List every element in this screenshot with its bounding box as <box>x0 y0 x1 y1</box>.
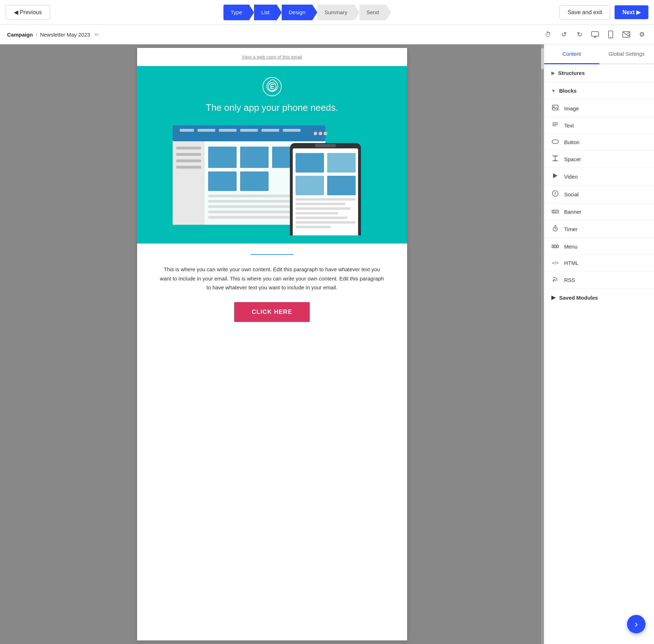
breadcrumb-bar: Campaign / Newsletter May 2023 ✏ ⏱ ↺ ↻ <box>0 25 654 44</box>
svg-rect-72 <box>557 245 558 248</box>
email-body: This is where you can write your own con… <box>137 244 407 333</box>
svg-rect-15 <box>219 129 237 132</box>
step-list[interactable]: List <box>254 5 276 20</box>
structures-section-header[interactable]: ▶ Structures <box>544 64 654 82</box>
block-item-banner[interactable]: Banner <box>544 203 654 220</box>
email-body-text: This is where you can write your own con… <box>158 265 386 292</box>
block-item-timer[interactable]: Timer <box>544 220 654 238</box>
hero-tagline: The only app your phone needs. <box>206 102 338 113</box>
svg-point-4 <box>610 37 611 37</box>
svg-rect-32 <box>176 153 201 156</box>
right-panel: Content Global Settings ▶ Structures ▼ B… <box>544 44 654 644</box>
email-hero: E The only app your phone needs. <box>137 66 407 244</box>
blocks-chevron: ▼ <box>551 88 556 93</box>
edit-title-icon[interactable]: ✏ <box>94 31 99 38</box>
spacer-block-label: Spacer <box>564 156 581 162</box>
block-item-image[interactable]: Image <box>544 99 654 117</box>
svg-rect-62 <box>552 210 558 213</box>
svg-rect-16 <box>240 129 258 132</box>
svg-rect-34 <box>176 166 201 169</box>
svg-point-73 <box>553 280 554 282</box>
timer-block-label: Timer <box>564 226 578 232</box>
preview-desktop-icon[interactable] <box>590 29 600 39</box>
canvas-scrollbar[interactable] <box>541 44 544 644</box>
svg-rect-21 <box>240 147 269 168</box>
svg-marker-59 <box>553 173 557 178</box>
steps-wrapper: Type List Design Summary Send <box>223 5 386 20</box>
step-type[interactable]: Type <box>223 5 249 20</box>
top-navigation: ◀ Previous Type List Design Summary Send… <box>0 0 654 25</box>
block-item-menu[interactable]: Menu <box>544 238 654 255</box>
svg-text:E: E <box>270 83 274 90</box>
nav-left: ◀ Previous <box>6 5 50 20</box>
svg-point-11 <box>319 132 322 135</box>
svg-rect-55 <box>552 140 558 143</box>
structures-chevron: ▶ <box>551 71 555 76</box>
spacer-block-icon <box>551 155 559 163</box>
save-exit-button[interactable]: Save and exit <box>560 5 610 20</box>
redo-icon[interactable]: ↻ <box>574 29 584 39</box>
email-web-copy-link[interactable]: View a web copy of this email <box>137 48 407 66</box>
svg-point-12 <box>314 132 317 135</box>
svg-rect-44 <box>296 207 351 210</box>
svg-rect-9 <box>173 125 325 141</box>
check-email-icon[interactable] <box>621 29 631 39</box>
svg-rect-38 <box>296 153 324 173</box>
text-block-icon <box>551 122 559 129</box>
svg-rect-47 <box>296 221 356 224</box>
svg-rect-13 <box>180 129 194 132</box>
saved-modules-header[interactable]: ▶ Saved Modules <box>544 288 654 306</box>
svg-rect-46 <box>296 217 347 219</box>
social-block-icon: f <box>551 190 559 198</box>
block-item-social[interactable]: f Social <box>544 185 654 203</box>
preview-mobile-icon[interactable] <box>606 29 616 39</box>
step-send[interactable]: Send <box>360 5 386 20</box>
block-item-button[interactable]: Button <box>544 133 654 150</box>
svg-rect-43 <box>296 203 345 205</box>
svg-rect-0 <box>591 32 599 36</box>
menu-block-label: Menu <box>564 244 578 250</box>
nav-right: Save and exit Next ▶ <box>560 5 648 20</box>
video-block-icon <box>551 173 559 180</box>
next-button[interactable]: Next ▶ <box>615 5 648 19</box>
hero-logo: E <box>262 77 282 97</box>
step-design[interactable]: Design <box>282 5 313 20</box>
canvas-scroll[interactable]: View a web copy of this email E The only… <box>0 44 544 644</box>
svg-point-10 <box>324 132 327 135</box>
block-item-video[interactable]: Video <box>544 168 654 185</box>
structures-label: Structures <box>558 70 585 76</box>
svg-rect-42 <box>296 198 356 201</box>
history-icon[interactable]: ⏱ <box>543 29 553 39</box>
step-summary[interactable]: Summary <box>317 5 354 20</box>
svg-rect-48 <box>296 226 331 228</box>
block-item-rss[interactable]: RSS <box>544 271 654 288</box>
saved-modules-chevron: ▶ <box>551 294 556 301</box>
block-item-text[interactable]: Text <box>544 117 654 133</box>
prev-button[interactable]: ◀ Previous <box>6 5 50 20</box>
tab-content[interactable]: Content <box>544 44 599 64</box>
rss-block-icon <box>551 276 559 283</box>
block-item-spacer[interactable]: Spacer <box>544 150 654 168</box>
canvas-area: View a web copy of this email E The only… <box>0 44 544 644</box>
undo-icon[interactable]: ↺ <box>559 29 569 39</box>
svg-rect-18 <box>283 129 301 132</box>
banner-block-icon <box>551 208 559 215</box>
panel-content: ▶ Structures ▼ Blocks Image <box>544 64 654 644</box>
email-cta-button[interactable]: CLICK HERE <box>234 302 310 322</box>
social-block-label: Social <box>564 191 579 197</box>
rss-block-label: RSS <box>564 277 575 283</box>
tab-global-settings[interactable]: Global Settings <box>599 44 654 64</box>
settings-icon[interactable]: ⚙ <box>637 29 647 39</box>
svg-rect-70 <box>552 245 553 248</box>
svg-rect-39 <box>327 153 356 173</box>
button-block-icon <box>551 139 559 145</box>
panel-tabs: Content Global Settings <box>544 44 654 64</box>
block-item-html[interactable]: </> HTML <box>544 255 654 271</box>
image-block-icon <box>551 105 559 112</box>
svg-rect-41 <box>327 176 356 195</box>
svg-rect-37 <box>315 144 336 147</box>
blocks-section-header[interactable]: ▼ Blocks <box>544 82 654 99</box>
saved-modules-label: Saved Modules <box>559 295 598 301</box>
fab-button[interactable]: › <box>627 615 645 633</box>
canvas-scrollbar-thumb[interactable] <box>541 48 544 69</box>
